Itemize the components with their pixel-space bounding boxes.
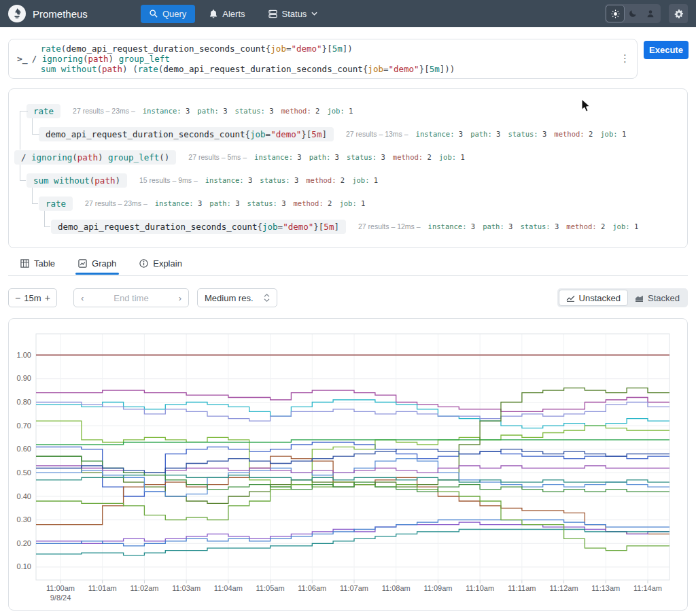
stacked-button[interactable]: Stacked xyxy=(628,290,686,306)
x-axis-label: 11:00am xyxy=(46,584,75,592)
range-value[interactable]: 15m xyxy=(24,293,41,303)
stacked-label: Stacked xyxy=(648,293,680,303)
tab-explain[interactable]: Explain xyxy=(139,258,182,275)
tree-connector xyxy=(32,188,38,204)
y-axis-label: 0.20 xyxy=(17,539,31,547)
query-node-chip[interactable]: demo_api_request_duration_seconds_count{… xyxy=(39,127,334,141)
unstacked-button[interactable]: Unstacked xyxy=(559,290,628,306)
query-line: / ignoring(path) group_left xyxy=(32,54,455,64)
series-line[interactable] xyxy=(36,466,669,473)
line-chart[interactable]: 1.000.900.800.700.600.500.400.300.200.10… xyxy=(9,319,687,610)
tab-table[interactable]: Table xyxy=(20,258,55,275)
query-editor[interactable]: >_ rate(demo_api_request_duration_second… xyxy=(8,39,638,79)
settings-button[interactable] xyxy=(669,4,688,23)
series-line[interactable] xyxy=(36,442,669,496)
x-axis-label: 11:14am xyxy=(633,584,662,592)
time-back-button[interactable]: ‹ xyxy=(81,293,84,303)
series-line[interactable] xyxy=(36,390,669,411)
query-line: sum without(path) (rate(demo_api_request… xyxy=(32,64,455,74)
x-axis-label: 11:01am xyxy=(88,584,117,592)
query-node-chip[interactable]: demo_api_request_duration_seconds_count{… xyxy=(51,220,346,234)
node-result-meta: 27 results – 12ms –instance: 3path: 3sta… xyxy=(358,222,638,230)
theme-dark-button[interactable] xyxy=(624,5,642,22)
range-decrease-button[interactable]: − xyxy=(15,292,20,303)
x-axis-label: 11:12am xyxy=(550,584,578,592)
sun-icon xyxy=(611,10,620,18)
prompt-icon: >_ xyxy=(17,54,28,64)
select-chevrons-icon xyxy=(264,293,270,303)
range-increase-button[interactable]: + xyxy=(45,292,50,303)
result-tabs: Table Graph Explain xyxy=(20,258,182,275)
node-result-meta: 27 results – 13ms –instance: 3path: 3sta… xyxy=(346,130,626,138)
query-node-chip[interactable]: sum without(path) xyxy=(27,173,127,188)
x-axis-label: 11:11am xyxy=(508,584,536,592)
tab-table-label: Table xyxy=(34,258,55,269)
table-icon xyxy=(20,259,29,268)
node-result-meta: 27 results – 23ms –instance: 3path: 3sta… xyxy=(73,107,353,115)
series-line[interactable] xyxy=(36,530,669,555)
theme-toggle xyxy=(605,4,661,23)
line-chart-icon xyxy=(566,294,575,302)
nav-status[interactable]: Status xyxy=(260,5,327,23)
info-icon xyxy=(139,259,148,268)
tree-connector xyxy=(20,165,26,181)
tree-row: rate27 results – 23ms –instance: 3path: … xyxy=(39,195,365,211)
query-node-chip[interactable]: rate xyxy=(39,196,73,211)
tree-row: / ignoring(path) group_left()27 results … xyxy=(14,149,465,165)
series-line[interactable] xyxy=(36,403,669,422)
tree-connector xyxy=(44,211,50,227)
database-icon xyxy=(268,10,277,18)
x-axis-label: 11:13am xyxy=(591,584,620,592)
y-axis-label: 1.00 xyxy=(17,351,31,359)
theme-auto-button[interactable] xyxy=(642,5,659,22)
graph-panel[interactable]: 1.000.900.800.700.600.500.400.300.200.10… xyxy=(8,318,688,611)
theme-light-button[interactable] xyxy=(606,5,624,22)
query-node-chip[interactable]: / ignoring(path) group_left() xyxy=(14,150,176,165)
x-axis-date-label: 9/8/24 xyxy=(50,594,71,602)
x-axis-label: 11:10am xyxy=(466,584,494,592)
series-line[interactable] xyxy=(36,520,669,546)
series-line[interactable] xyxy=(36,459,669,496)
tab-explain-label: Explain xyxy=(153,258,182,269)
graph-controls: − 15m + ‹ End time › Medium res. Unstack… xyxy=(8,288,688,307)
person-icon xyxy=(646,10,655,18)
x-axis-label: 11:02am xyxy=(130,584,158,592)
series-line[interactable] xyxy=(36,449,669,473)
y-axis-label: 0.30 xyxy=(17,515,31,524)
x-axis-label: 11:09am xyxy=(423,584,452,592)
tree-row: demo_api_request_duration_seconds_count{… xyxy=(39,126,626,142)
nav-alerts-label: Alerts xyxy=(222,9,245,19)
graph-icon xyxy=(78,259,87,268)
search-icon xyxy=(150,10,158,18)
tab-graph[interactable]: Graph xyxy=(78,258,116,275)
brand[interactable]: Prometheus xyxy=(8,5,88,22)
series-line[interactable] xyxy=(36,482,669,551)
execute-button[interactable]: Execute xyxy=(644,41,689,59)
nav-items: Query Alerts Status xyxy=(141,5,327,23)
y-axis-label: 0.50 xyxy=(17,468,31,477)
nav-alerts[interactable]: Alerts xyxy=(201,5,254,23)
time-forward-button[interactable]: › xyxy=(179,293,181,303)
resolution-select[interactable]: Medium res. xyxy=(197,288,277,307)
node-result-meta: 15 results – 9ms –instance: 3status: 3me… xyxy=(139,176,378,184)
series-line[interactable] xyxy=(36,522,669,543)
tree-row: rate27 results – 23ms –instance: 3path: … xyxy=(27,103,353,119)
nav-query[interactable]: Query xyxy=(141,5,195,23)
node-result-meta: 27 results – 23ms –instance: 3path: 3sta… xyxy=(85,199,365,207)
chevron-down-icon xyxy=(311,12,317,16)
end-time-input[interactable]: End time xyxy=(114,293,148,303)
stack-toggle: Unstacked Stacked xyxy=(557,288,688,307)
x-axis-label: 11:07am xyxy=(340,584,368,592)
plot-border xyxy=(36,334,669,580)
editor-menu-icon[interactable]: ⋮ xyxy=(620,52,630,65)
tree-connector xyxy=(20,111,28,150)
y-axis-label: 0.10 xyxy=(17,562,31,570)
query-expression[interactable]: rate(demo_api_request_duration_seconds_c… xyxy=(32,44,455,74)
tabs-divider xyxy=(8,275,688,276)
series-line[interactable] xyxy=(36,456,669,492)
nav-right xyxy=(605,4,688,23)
tree-connector xyxy=(32,118,39,135)
query-node-chip[interactable]: rate xyxy=(27,104,60,118)
series-line[interactable] xyxy=(36,388,669,504)
nav-status-label: Status xyxy=(282,9,307,19)
